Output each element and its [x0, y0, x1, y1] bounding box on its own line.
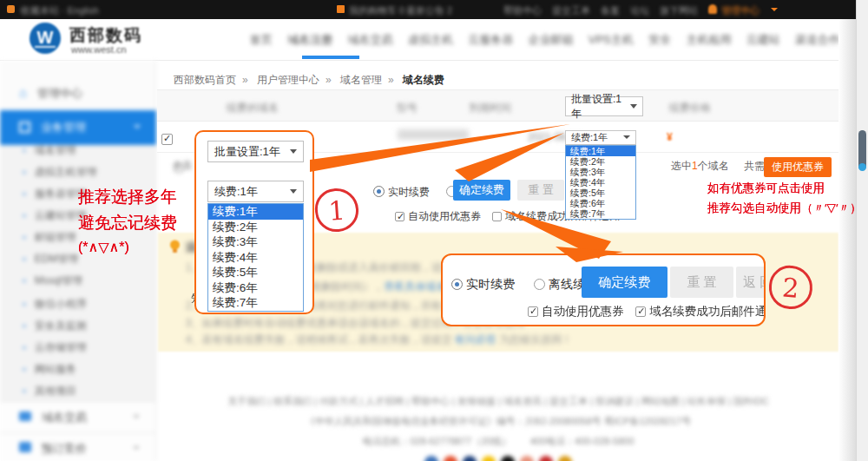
row-checkbox[interactable] [161, 134, 173, 145]
callout-offline-radio[interactable] [534, 279, 545, 290]
callout-auto-coupon-checkbox[interactable] [528, 306, 538, 317]
row-domain-blurred [398, 129, 469, 140]
callout-back-button[interactable]: 返 回 [736, 267, 766, 298]
logo-url: www.west.cn [71, 44, 127, 55]
topbar-item-sites[interactable]: 旗下网站 [660, 4, 698, 17]
dropdown-option[interactable]: 续费:2年 [566, 156, 635, 167]
cert-icon[interactable] [520, 456, 534, 461]
user-center-menu[interactable]: 管理中心 [721, 4, 760, 17]
sidebar-item-webservice[interactable]: •网站服务 [0, 362, 156, 377]
callout-reset-button[interactable]: 重 置 [670, 267, 733, 298]
topbar-left-label[interactable]: 收藏本站 · English [21, 4, 99, 17]
bar-chart-icon [19, 442, 31, 452]
nav-home[interactable]: 首页 [250, 32, 273, 48]
topbar-item-forum[interactable]: 论坛 [630, 4, 649, 17]
cert-icon[interactable] [463, 456, 477, 461]
cert-icon[interactable] [539, 456, 553, 461]
sidebar-item-preorder[interactable]: 预订竞价 [0, 432, 155, 461]
user-icon [708, 4, 717, 14]
site-favorite-icon [7, 5, 15, 13]
realtime-radio[interactable] [373, 186, 385, 197]
dropdown-option[interactable]: 续费:4年 [566, 177, 635, 188]
confirm-renew-button[interactable]: 确定续费 [453, 180, 510, 201]
sidebar-item-hosting[interactable]: •虚拟主机管理 [0, 165, 156, 180]
dropdown-option[interactable]: 续费:4年 [208, 250, 303, 266]
cert-icon[interactable] [482, 456, 496, 461]
sidebar-group-business[interactable]: 业务管理 [0, 110, 156, 145]
home-icon: ⌂ [19, 85, 27, 100]
notice-link[interactable]: 有问必答 [455, 333, 496, 346]
sidebar-home[interactable]: ⌂管理中心 [0, 85, 156, 102]
callout-options-row: 自动使用优惠券 域名续费成功后邮件通知我 [528, 304, 766, 319]
breadcrumb-domain-mgmt[interactable]: 域名管理 [340, 74, 382, 86]
cert-icon[interactable] [424, 456, 438, 461]
email-notify-checkbox[interactable] [492, 212, 502, 221]
dropdown-option[interactable]: 续费:7年 [208, 295, 303, 311]
cart-icon[interactable] [337, 5, 345, 13]
dropdown-option[interactable]: 续费:3年 [566, 167, 635, 177]
breadcrumb-user-center[interactable]: 用户管理中心 [257, 74, 319, 86]
reset-button[interactable]: 重 置 [517, 180, 564, 201]
cert-icon[interactable] [558, 456, 572, 461]
dropdown-option[interactable]: 续费:7年 [566, 208, 635, 219]
chevron-down-icon [134, 125, 141, 132]
sidebar-item-mssql[interactable]: •Mssql管理 [0, 273, 156, 288]
sidebar-item-storage[interactable]: •云存储管理 [0, 340, 156, 355]
bullet-icon: • [23, 210, 26, 221]
select-all-label: 全选 [173, 159, 192, 172]
footer-links[interactable]: 关于我们 | 联系我们 | 付款方式 | 人才招聘 | 帮助中心 | 友情链接 … [157, 395, 839, 408]
callout-batch-year-select[interactable]: 批量设置:1年 [207, 141, 304, 162]
topbar-item-ticket[interactable]: 提交工单 [552, 4, 590, 17]
callout-email-notify-checkbox[interactable] [635, 306, 646, 317]
cart-label[interactable]: 我的购物车 0 [349, 4, 404, 17]
nav-domain-trade[interactable]: 域名交易 [348, 32, 393, 48]
dropdown-option[interactable]: 续费:3年 [208, 234, 303, 250]
annotation-circle-1: 1 [313, 187, 359, 233]
topbar-item-beian[interactable]: 备案 [601, 4, 620, 17]
sidebar-item-security[interactable]: •安全及监测 [0, 319, 156, 333]
topbar-item-help[interactable]: 帮助中心 [503, 4, 542, 17]
sidebar-item-domain[interactable]: •域名管理 [0, 143, 156, 158]
sidebar-item-domain-trade[interactable]: 域名交易 [0, 401, 155, 431]
use-coupon-button[interactable]: 使用优惠券 [764, 157, 832, 177]
nav-host-rental[interactable]: 主机租用 [686, 32, 731, 48]
cert-icon[interactable] [444, 456, 457, 461]
bullet-icon: • [23, 320, 26, 331]
batch-year-select[interactable]: 批量设置:1年 [565, 96, 643, 116]
dropdown-option[interactable]: 续费:6年 [566, 198, 635, 208]
bullet-icon: • [23, 145, 26, 155]
nav-vps[interactable]: VPS主机 [589, 32, 634, 48]
dropdown-option[interactable]: 续费:5年 [208, 265, 303, 280]
dropdown-option[interactable]: 续费:6年 [208, 280, 303, 296]
dropdown-option[interactable]: 续费:2年 [208, 220, 303, 235]
card-icon [19, 412, 31, 421]
auto-coupon-checkbox[interactable] [395, 212, 404, 221]
dropdown-option[interactable]: 续费:1年 [208, 204, 303, 220]
scrollbar[interactable] [856, 0, 868, 461]
callout-realtime-radio[interactable] [451, 279, 463, 290]
sidebar-item-wechat[interactable]: •微信小程序 [0, 297, 156, 312]
callout-confirm-renew-button[interactable]: 确定续费 [582, 267, 667, 298]
nav-channel[interactable]: 渠道合作 [795, 32, 840, 48]
logo[interactable]: W [30, 23, 61, 54]
sidebar-item-other[interactable]: •其他项目 [0, 384, 156, 398]
nav-active-underline [302, 56, 359, 59]
qq-icon[interactable] [501, 456, 515, 461]
nav-security[interactable]: 安全 [648, 32, 671, 48]
chevron-down-icon [133, 446, 140, 453]
chevron-down-icon [290, 149, 297, 157]
nav-enterprise-mail[interactable]: 企业邮箱 [528, 32, 573, 48]
breadcrumb-home[interactable]: 西部数码首页 [174, 74, 236, 86]
dropdown-option[interactable]: 续费:1年 [566, 146, 635, 156]
bullet-icon: • [23, 232, 26, 242]
dropdown-option[interactable]: 续费:5年 [566, 188, 635, 198]
nav-site-builder[interactable]: 云建站 [746, 32, 780, 48]
sidebar-home-label: 管理中心 [37, 87, 82, 100]
callout-renew-year-select[interactable]: 续费:1年 [207, 181, 304, 202]
nav-web-hosting[interactable]: 虚拟主机 [408, 32, 453, 48]
chevron-down-icon [290, 189, 297, 197]
notice-label[interactable]: 最新公告 2 [406, 4, 452, 17]
nav-cloud-server[interactable]: 云服务器 [468, 32, 513, 48]
nav-domain-register[interactable]: 域名注册 [287, 32, 332, 48]
renew-year-select[interactable]: 续费:1年 [565, 130, 636, 145]
